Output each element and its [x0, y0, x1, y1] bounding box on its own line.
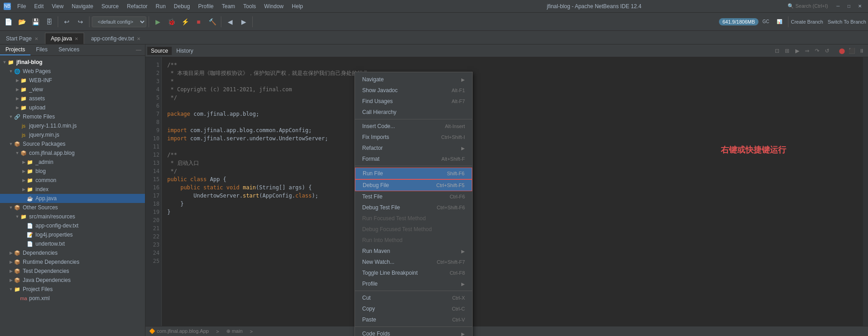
tree-item-resources[interactable]: ▼ 📁 src/main/resources — [0, 212, 145, 221]
ctx-copy[interactable]: Copy Ctrl-C — [355, 303, 472, 314]
tree-item-admin[interactable]: ▶ 📁 _admin — [0, 158, 145, 167]
tree-item-other-sources[interactable]: ▼ 📦 Other Sources — [0, 203, 145, 212]
new-project-button[interactable]: 📄 — [2, 15, 15, 28]
editor-tool-4[interactable]: ⇒ — [803, 46, 812, 55]
tree-item-app-config[interactable]: 📄 app-config-dev.txt — [0, 221, 145, 230]
tree-item-project-files[interactable]: ▼ 📁 Project Files — [0, 285, 145, 294]
menu-view[interactable]: View — [48, 2, 67, 10]
run-project-button[interactable]: ▶ — [151, 15, 164, 28]
close-button[interactable]: ✕ — [855, 3, 864, 10]
undo-button[interactable]: ↩ — [60, 15, 73, 28]
ctx-show-javadoc[interactable]: Show Javadoc Alt-F1 — [355, 85, 472, 96]
menu-profile[interactable]: Profile — [195, 2, 217, 10]
ctx-run-file[interactable]: Run File Shift-F6 — [355, 168, 472, 179]
tab-app-java[interactable]: App.java ✕ — [45, 33, 85, 44]
menu-run[interactable]: Run — [152, 2, 170, 10]
editor-tool-5[interactable]: ↷ — [813, 46, 822, 55]
open-project-button[interactable]: 📂 — [15, 15, 28, 28]
ctx-paste[interactable]: Paste Ctrl-V — [355, 314, 472, 325]
debug-project-button[interactable]: 🐞 — [165, 15, 178, 28]
menu-source[interactable]: Source — [98, 2, 122, 10]
create-branch-button[interactable]: Create Branch — [791, 19, 823, 25]
tree-item-index[interactable]: ▶ 📁 index — [0, 185, 145, 194]
memory-indicator[interactable]: 641.9/1806MB — [719, 18, 759, 25]
profile-project-button[interactable]: ⚡ — [179, 15, 191, 28]
tree-item-java-deps[interactable]: ▶ 📦 Java Dependencies — [0, 276, 145, 285]
tree-item-runtime-deps[interactable]: ▶ 📦 Runtime Dependencies — [0, 257, 145, 267]
tree-item-com-jfinal[interactable]: ▼ 📦 com.jfinal.app.blog — [0, 148, 145, 158]
sidebar-pin-button[interactable]: — — [134, 46, 143, 54]
ctx-new-watch[interactable]: New Watch... Ctrl+Shift-F7 — [355, 257, 472, 267]
menu-refactor[interactable]: Refactor — [123, 2, 151, 10]
tree-item-assets[interactable]: ▶ 📁 assets — [0, 94, 145, 103]
tree-item-pom[interactable]: ma pom.xml — [0, 294, 145, 303]
config-dropdown[interactable]: <default config> — [92, 16, 146, 27]
tree-item-view[interactable]: ▶ 📁 _view — [0, 85, 145, 94]
menu-file[interactable]: File — [14, 2, 30, 10]
ctx-debug-test-file[interactable]: Debug Test File Ctrl+Shift-F6 — [355, 202, 472, 213]
ctx-fix-imports[interactable]: Fix Imports Ctrl+Shift-I — [355, 132, 472, 143]
tree-item-jquery-min[interactable]: js jquery.min.js — [0, 130, 145, 139]
tree-item-web-pages[interactable]: ▼ 🌐 Web Pages — [0, 67, 145, 76]
search-box[interactable]: 🔍 Search (Ctrl+I) — [788, 3, 828, 9]
editor-tool-8[interactable]: ⬛ — [847, 46, 856, 55]
switch-to-branch-button[interactable]: Switch To Branch — [828, 19, 866, 25]
editor-tool-3[interactable]: ▶ — [793, 46, 802, 55]
minimize-button[interactable]: ─ — [833, 3, 843, 10]
editor-tool-7[interactable]: ⬤ — [837, 46, 846, 55]
tree-item-jquery-full[interactable]: js jquery-1.11.0.min.js — [0, 121, 145, 130]
editor-tool-1[interactable]: ⊡ — [773, 46, 782, 55]
ctx-call-hierarchy[interactable]: Call Hierarchy — [355, 107, 472, 118]
tab-start-page[interactable]: Start Page ✕ — [0, 33, 44, 44]
ctx-insert-code[interactable]: Insert Code... Alt-Insert — [355, 121, 472, 132]
tree-item-dependencies[interactable]: ▶ 📦 Dependencies — [0, 248, 145, 257]
ctx-navigate[interactable]: Navigate ▶ — [355, 74, 472, 85]
gc-button[interactable]: GC — [759, 15, 772, 28]
sidebar-tab-projects[interactable]: Projects — [0, 44, 30, 55]
ctx-run-maven[interactable]: Run Maven ▶ — [355, 246, 472, 257]
save-button[interactable]: 💾 — [29, 15, 42, 28]
tree-item-log4j[interactable]: 📝 log4j.properties — [0, 230, 145, 239]
tree-item-src-packages[interactable]: ▼ 📦 Source Packages — [0, 139, 145, 148]
sidebar-tab-files[interactable]: Files — [30, 44, 53, 55]
sidebar-tab-services[interactable]: Services — [53, 44, 85, 55]
ctx-toggle-breakpoint[interactable]: Toggle Line Breakpoint Ctrl-F8 — [355, 267, 472, 278]
stop-button[interactable]: ■ — [192, 15, 205, 28]
tree-item-common[interactable]: ▶ 📁 common — [0, 176, 145, 185]
editor-tab-source[interactable]: Source — [147, 47, 172, 55]
tree-item-appjava[interactable]: ☕ App.java — [0, 194, 145, 203]
tree-item-remote[interactable]: ▼ 🔗 Remote Files — [0, 112, 145, 121]
back-button[interactable]: ◀ — [224, 15, 236, 28]
ctx-refactor[interactable]: Refactor ▶ — [355, 143, 472, 153]
heap-button[interactable]: 📊 — [773, 15, 786, 28]
menu-window[interactable]: Window — [260, 2, 287, 10]
tab-app-config[interactable]: app-config-dev.txt ✕ — [85, 33, 146, 44]
editor-tool-2[interactable]: ⊞ — [783, 46, 792, 55]
maximize-button[interactable]: □ — [844, 3, 853, 10]
ctx-code-folds[interactable]: Code Folds ▶ — [355, 328, 472, 336]
forward-button[interactable]: ▶ — [237, 15, 250, 28]
tree-item-root[interactable]: ▼ 📁 jfinal-blog — [0, 58, 145, 67]
editor-tool-9[interactable]: ⏸ — [857, 46, 866, 55]
close-tab-start[interactable]: ✕ — [35, 36, 38, 41]
tree-item-test-deps[interactable]: ▶ 📦 Test Dependencies — [0, 267, 145, 276]
ctx-debug-file[interactable]: Debug File Ctrl+Shift-F5 — [355, 179, 472, 191]
menu-edit[interactable]: Edit — [30, 2, 47, 10]
save-all-button[interactable]: 🗄 — [43, 15, 55, 28]
editor-tool-6[interactable]: ↺ — [823, 46, 832, 55]
build-button[interactable]: 🔨 — [206, 15, 219, 28]
menu-help[interactable]: Help — [288, 2, 307, 10]
close-tab-app[interactable]: ✕ — [75, 36, 78, 41]
ctx-test-file[interactable]: Test File Ctrl-F6 — [355, 191, 472, 202]
ctx-cut[interactable]: Cut Ctrl-X — [355, 292, 472, 303]
tree-item-webinf[interactable]: ▶ 📁 WEB-INF — [0, 76, 145, 85]
ctx-find-usages[interactable]: Find Usages Alt-F7 — [355, 96, 472, 107]
close-tab-config[interactable]: ✕ — [137, 36, 140, 41]
ctx-profile[interactable]: Profile ▶ — [355, 278, 472, 289]
tree-item-upload[interactable]: ▶ 📁 upload — [0, 103, 145, 112]
code-editor[interactable]: /** * 本项目采用《咖啡授权协议》，保护知识产权，就是在保护我们自己身处的行… — [162, 57, 863, 326]
menu-team[interactable]: Team — [218, 2, 239, 10]
ctx-format[interactable]: Format Alt+Shift-F — [355, 153, 472, 164]
redo-button[interactable]: ↪ — [74, 15, 87, 28]
menu-tools[interactable]: Tools — [239, 2, 259, 10]
